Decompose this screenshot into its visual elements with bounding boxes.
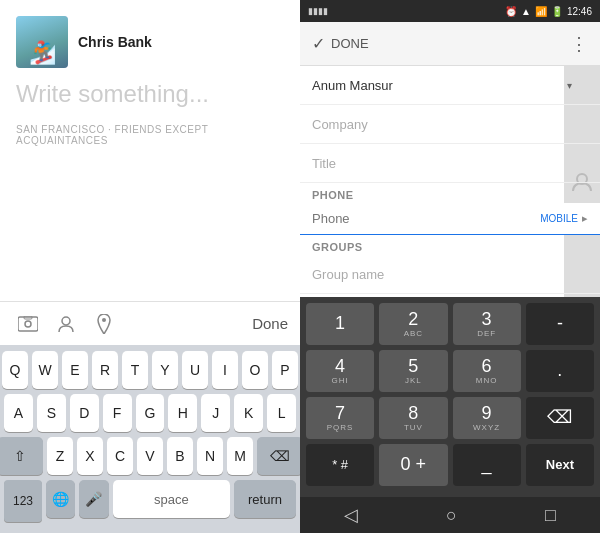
key-globe[interactable]: 🌐 [46,480,75,518]
key-a[interactable]: A [4,394,33,432]
nav-back-button[interactable]: ◁ [344,504,358,526]
title-field[interactable] [300,144,600,183]
name-dropdown-icon[interactable]: ▾ [567,80,572,91]
location-icon[interactable] [88,308,120,340]
phone-expand-icon[interactable]: ▸ [582,212,588,225]
key-j[interactable]: J [201,394,230,432]
key-shift[interactable]: ⇧ [0,437,43,475]
name-field[interactable]: ▾ [300,66,600,105]
key-mic[interactable]: 🎤 [79,480,108,518]
num-key-7[interactable]: 7 PQRS [306,397,374,439]
more-options-icon[interactable]: ⋮ [570,33,588,55]
key-o[interactable]: O [242,351,268,389]
phone-section-label: PHONE [300,183,600,203]
key-i[interactable]: I [212,351,238,389]
num-key-1[interactable]: 1 [306,303,374,345]
num-key-3[interactable]: 3 DEF [453,303,521,345]
key-return[interactable]: return [234,480,296,518]
key-z[interactable]: Z [47,437,73,475]
num-key-symbols[interactable]: * # [306,444,374,486]
key-x[interactable]: X [77,437,103,475]
key-p[interactable]: P [272,351,298,389]
company-field[interactable] [300,105,600,144]
group-input[interactable] [312,267,588,282]
num-key-backspace[interactable]: ⌫ [526,397,594,439]
key-f[interactable]: F [103,394,132,432]
kb-row-bottom: 123 🌐 🎤 space return [4,480,296,522]
num-key-dot[interactable]: . [526,350,594,392]
num-5-main: 5 [408,357,418,377]
underscore-main: _ [482,455,492,475]
backspace-main: ⌫ [547,408,572,428]
phone-type-label[interactable]: MOBILE [540,213,578,224]
status-signal: ▮▮▮▮ [308,6,328,16]
key-w[interactable]: W [32,351,58,389]
num-key-9[interactable]: 9 WXYZ [453,397,521,439]
left-panel: Chris Bank Write something... SAN FRANCI… [0,0,300,533]
group-field[interactable] [300,255,600,294]
status-alarm: ⏰ [505,6,517,17]
photo-icon[interactable] [12,308,44,340]
key-l[interactable]: L [267,394,296,432]
num-4-sub: GHI [332,376,349,385]
key-space[interactable]: space [113,480,230,518]
num-key-underscore[interactable]: _ [453,444,521,486]
num-2-sub: ABC [404,329,423,338]
key-n[interactable]: N [197,437,223,475]
key-v[interactable]: V [137,437,163,475]
dash-main: - [557,314,563,334]
phone-field[interactable]: MOBILE ▸ [300,203,600,235]
key-q[interactable]: Q [2,351,28,389]
title-input[interactable] [312,156,588,171]
num-7-sub: PQRS [327,423,354,432]
num-key-5[interactable]: 5 JKL [379,350,447,392]
user-info: Chris Bank [16,16,284,68]
key-b[interactable]: B [167,437,193,475]
contact-header: ✓ DONE ⋮ [300,22,600,66]
num-3-sub: DEF [477,329,496,338]
key-y[interactable]: Y [152,351,178,389]
key-h[interactable]: H [168,394,197,432]
key-u[interactable]: U [182,351,208,389]
person-icon[interactable] [50,308,82,340]
right-panel: ▮▮▮▮ ⏰ ▲ 📶 🔋 12:46 ✓ DONE ⋮ ▾ PHONE [300,0,600,533]
write-placeholder[interactable]: Write something... [16,80,284,108]
status-time: 12:46 [567,6,592,17]
name-input[interactable] [312,78,540,93]
contact-done-button[interactable]: ✓ DONE [312,34,369,53]
key-r[interactable]: R [92,351,118,389]
post-compose-area: Chris Bank Write something... SAN FRANCI… [0,0,300,301]
num-key-2[interactable]: 2 ABC [379,303,447,345]
num-0-main: 0 + [401,455,427,475]
key-t[interactable]: T [122,351,148,389]
kb-row-1: Q W E R T Y U I O P [4,351,296,389]
kb-row-3: ⇧ Z X C V B N M ⌫ [4,437,296,475]
num-9-sub: WXYZ [473,423,500,432]
company-input[interactable] [312,117,588,132]
key-k[interactable]: K [234,394,263,432]
num-7-main: 7 [335,404,345,424]
num-row-1: 1 2 ABC 3 DEF - [306,303,594,345]
key-c[interactable]: C [107,437,133,475]
key-s[interactable]: S [37,394,66,432]
nav-home-button[interactable]: ○ [446,505,457,526]
next-button[interactable]: Next [526,444,594,486]
phone-input[interactable] [312,211,534,226]
key-numbers[interactable]: 123 [4,480,42,522]
svg-point-4 [102,318,106,322]
num-key-6[interactable]: 6 MNO [453,350,521,392]
num-key-dash[interactable]: - [526,303,594,345]
key-g[interactable]: G [136,394,165,432]
num-key-4[interactable]: 4 GHI [306,350,374,392]
nav-recent-button[interactable]: □ [545,505,556,526]
key-e[interactable]: E [62,351,88,389]
num-row-4: * # 0 + _ Next [306,444,594,486]
done-button[interactable]: Done [252,315,288,332]
key-d[interactable]: D [70,394,99,432]
key-m[interactable]: M [227,437,253,475]
num-key-8[interactable]: 8 TUV [379,397,447,439]
contact-done-label: DONE [331,36,369,51]
num-8-main: 8 [408,404,418,424]
key-backspace[interactable]: ⌫ [257,437,303,475]
num-key-0[interactable]: 0 + [379,444,447,486]
